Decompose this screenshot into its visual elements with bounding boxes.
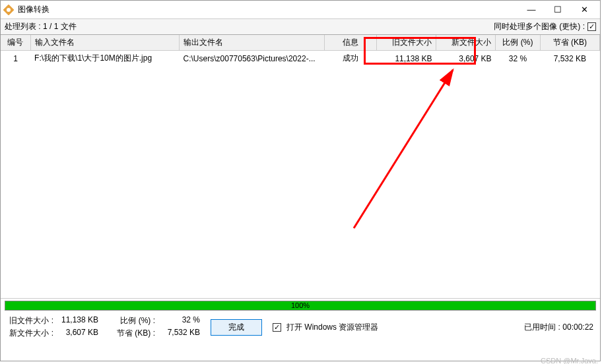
ratio-label: 比例 (%) :: [109, 315, 155, 326]
col-header-info[interactable]: 信息: [324, 35, 376, 51]
processing-status: 处理列表 : 1 / 1 文件: [5, 21, 494, 32]
cell-input: F:\我的下载\1\大于10M的图片.jpg: [30, 51, 179, 67]
new-size-label: 新文件大小 :: [7, 328, 53, 339]
close-button[interactable]: ✕: [571, 2, 597, 18]
open-explorer-checkbox[interactable]: ✓: [273, 323, 281, 332]
old-size-value: 11,138 KB: [59, 315, 98, 326]
elapsed-value: 00:00:22: [562, 322, 593, 332]
cell-idx: 1: [1, 51, 30, 67]
file-table: 编号 输入文件名 输出文件名 信息 旧文件大小 新文件大小 比例 (%) 节省 …: [1, 35, 600, 299]
col-header-output[interactable]: 输出文件名: [180, 35, 325, 51]
titlebar: 图像转换 — ☐ ✕: [1, 1, 600, 19]
col-header-idx[interactable]: 编号: [1, 35, 30, 51]
svg-point-1: [7, 8, 11, 12]
col-header-oldsize[interactable]: 旧文件大小: [376, 35, 436, 51]
progress-bar: 100%: [5, 301, 596, 311]
cell-ratio: 32 %: [496, 51, 541, 67]
maximize-button[interactable]: ☐: [545, 2, 571, 18]
col-header-newsize[interactable]: 新文件大小: [436, 35, 495, 51]
saved-label: 节省 (KB) :: [109, 328, 155, 339]
col-header-input[interactable]: 输入文件名: [30, 35, 179, 51]
done-button[interactable]: 完成: [211, 319, 262, 336]
saved-value: 7,532 KB: [160, 328, 200, 339]
elapsed-label: 已用时间 :: [524, 322, 560, 332]
col-header-ratio[interactable]: 比例 (%): [496, 35, 541, 51]
window-title: 图像转换: [18, 4, 518, 15]
new-size-value: 3,607 KB: [59, 328, 98, 339]
multi-image-label: 同时处理多个图像 (更快) :: [494, 21, 585, 32]
toolbar: 处理列表 : 1 / 1 文件 同时处理多个图像 (更快) : ✓: [1, 19, 600, 35]
cell-oldsize: 11,138 KB: [376, 51, 436, 67]
cell-output: C:\Users\z00770563\Pictures\2022-...: [180, 51, 325, 67]
cell-info: 成功: [324, 51, 376, 67]
ratio-value: 32 %: [160, 315, 200, 326]
open-explorer-label: 打开 Windows 资源管理器: [286, 322, 378, 333]
watermark: CSDN @Mr.Java.: [541, 357, 598, 364]
minimize-button[interactable]: —: [518, 2, 545, 18]
multi-image-checkbox[interactable]: ✓: [587, 22, 596, 31]
table-row[interactable]: 1 F:\我的下载\1\大于10M的图片.jpg C:\Users\z00770…: [1, 51, 600, 67]
footer: 旧文件大小 : 11,138 KB 新文件大小 : 3,607 KB 比例 (%…: [1, 313, 600, 342]
col-header-saved[interactable]: 节省 (KB): [540, 35, 599, 51]
cell-newsize: 3,607 KB: [436, 51, 495, 67]
app-icon: [3, 5, 14, 15]
old-size-label: 旧文件大小 :: [7, 315, 53, 326]
progress-area: 100%: [1, 299, 600, 313]
cell-saved: 7,532 KB: [540, 51, 599, 67]
